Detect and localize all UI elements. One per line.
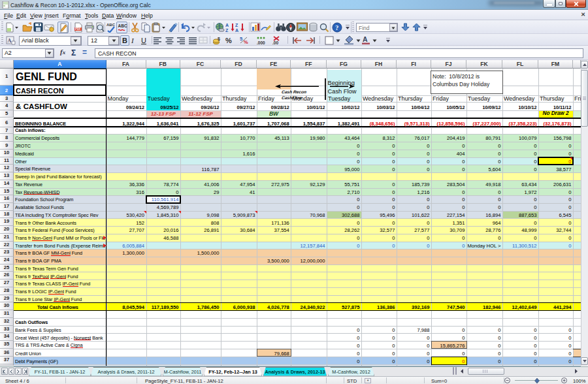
svg-text:A: A: [8, 38, 12, 44]
svg-text:.000: .000: [257, 40, 265, 45]
svg-text:%: %: [225, 37, 232, 44]
svg-text:PDF: PDF: [75, 27, 81, 31]
svg-text:?: ?: [335, 24, 338, 31]
svg-text:ABC: ABC: [118, 24, 127, 28]
svg-text:A: A: [235, 28, 238, 33]
svg-text:5: 5: [240, 36, 242, 42]
svg-text:ABC: ABC: [106, 23, 116, 27]
svg-text:.00: .00: [272, 40, 278, 45]
svg-text:Z: Z: [225, 28, 229, 33]
svg-text:$: $: [218, 37, 220, 42]
svg-text:A: A: [225, 23, 229, 27]
svg-text:A: A: [363, 35, 368, 43]
svg-text:%: %: [244, 39, 248, 45]
svg-text:Z: Z: [235, 23, 238, 27]
